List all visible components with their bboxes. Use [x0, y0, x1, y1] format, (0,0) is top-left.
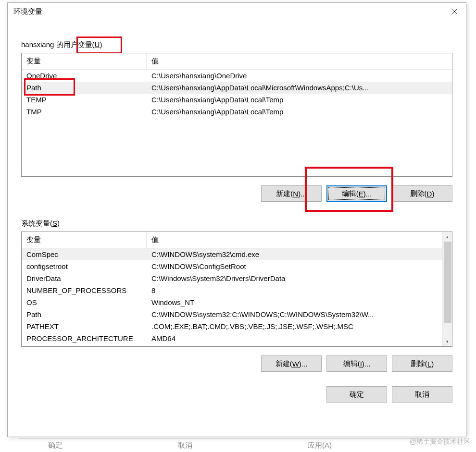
table-row[interactable]: PathC:\Users\hansxiang\AppData\Local\Mic…: [22, 82, 452, 94]
parent-buttons-row: 确定 取消 应用(A): [19, 439, 452, 452]
sys-label-suffix: ): [57, 219, 60, 227]
parent-apply-text: 应用(A): [279, 439, 361, 452]
row-value: .COM;.EXE;.BAT;.CMD;.VBS;.VBE;.JS;.JSE;.…: [147, 320, 442, 332]
scroll-up-icon[interactable]: ▴: [443, 232, 452, 242]
environment-variables-dialog: 环境变量 hansxiang 的用户变量(U) 变量 值 OneDriveC:\…: [7, 2, 466, 437]
user-label-main: 用户变量(: [63, 40, 95, 49]
parent-cancel-text: 取消: [149, 439, 221, 452]
row-value: C:\WINDOWS\system32\cmd.exe: [147, 248, 442, 260]
row-name: PATHEXT: [22, 320, 147, 332]
row-value: C:\Users\hansxiang\OneDrive: [147, 70, 452, 82]
row-name: DriverData: [22, 272, 147, 284]
row-value: 8: [147, 284, 442, 296]
close-button[interactable]: [443, 3, 466, 20]
row-value: C:\Users\hansxiang\AppData\Local\Temp: [147, 94, 452, 106]
sys-button-row: 新建(W)... 编辑(I)... 删除(L): [21, 355, 452, 372]
table-row[interactable]: OneDriveC:\Users\hansxiang\OneDrive: [22, 70, 452, 82]
user-delete-button[interactable]: 删除(D): [392, 185, 452, 202]
cancel-button[interactable]: 取消: [392, 386, 452, 403]
row-value: Windows_NT: [147, 296, 442, 308]
row-value: C:\Users\hansxiang\AppData\Local\Temp: [147, 106, 452, 118]
sys-label-main: 系统变量(: [21, 219, 52, 227]
user-variables-label: hansxiang 的用户变量(U): [21, 40, 452, 49]
row-value: C:\Windows\System32\Drivers\DriverData: [147, 272, 442, 284]
row-name: ComSpec: [22, 248, 147, 260]
table-row[interactable]: DriverDataC:\Windows\System32\Drivers\Dr…: [22, 272, 442, 284]
sys-col-value-header[interactable]: 值: [147, 232, 442, 248]
user-button-row: 新建(N)... 编辑(E)... 删除(D): [21, 185, 452, 202]
user-label-suffix: ): [100, 40, 102, 49]
system-variables-label: 系统变量(S): [21, 219, 452, 228]
table-row[interactable]: OSWindows_NT: [22, 296, 442, 308]
table-row[interactable]: configsetrootC:\WINDOWS\ConfigSetRoot: [22, 260, 442, 272]
user-label-prefix: hansxiang 的: [21, 40, 63, 49]
ok-button[interactable]: 确定: [326, 386, 387, 403]
table-row[interactable]: PathC:\WINDOWS\system32;C:\WINDOWS;C:\WI…: [22, 308, 442, 320]
row-name: TMP: [22, 106, 147, 118]
row-name: configsetroot: [22, 260, 147, 272]
table-row[interactable]: NUMBER_OF_PROCESSORS8: [22, 284, 442, 296]
row-name: NUMBER_OF_PROCESSORS: [22, 284, 147, 296]
user-label-key: U: [95, 40, 100, 49]
table-row[interactable]: PROCESSOR_ARCHITECTUREAMD64: [22, 332, 442, 344]
close-icon: [451, 9, 457, 14]
sys-edit-button[interactable]: 编辑(I)...: [326, 355, 387, 372]
row-name: OneDrive: [22, 70, 147, 82]
watermark-text: @稀土掘金技术社区: [410, 438, 470, 446]
user-new-button[interactable]: 新建(N)...: [261, 185, 322, 202]
sys-col-name-header[interactable]: 变量: [22, 232, 147, 248]
row-name: Path: [22, 308, 147, 320]
user-table-header[interactable]: 变量 值: [22, 53, 452, 70]
table-row[interactable]: ComSpecC:\WINDOWS\system32\cmd.exe: [22, 248, 442, 260]
table-row[interactable]: TEMPC:\Users\hansxiang\AppData\Local\Tem…: [22, 94, 452, 106]
row-value: AMD64: [147, 332, 442, 344]
table-row[interactable]: TMPC:\Users\hansxiang\AppData\Local\Temp: [22, 106, 452, 118]
user-variables-table[interactable]: 变量 值 OneDriveC:\Users\hansxiang\OneDrive…: [21, 53, 452, 177]
row-name: OS: [22, 296, 147, 308]
scroll-down-icon[interactable]: ▾: [443, 337, 452, 346]
system-scrollbar[interactable]: ▴ ▾: [442, 232, 452, 346]
row-value: C:\Users\hansxiang\AppData\Local\Microso…: [147, 82, 452, 94]
sys-label-key: S: [52, 219, 57, 227]
dialog-button-row: 确定 取消: [21, 386, 452, 403]
titlebar: 环境变量: [8, 3, 466, 20]
dialog-title: 环境变量: [12, 7, 42, 16]
parent-ok-text: 确定: [19, 439, 91, 452]
scroll-thumb[interactable]: [444, 242, 451, 323]
row-value: C:\WINDOWS\ConfigSetRoot: [147, 260, 442, 272]
row-name: PROCESSOR_ARCHITECTURE: [22, 332, 147, 344]
sys-delete-button[interactable]: 删除(L): [392, 355, 452, 372]
sys-new-button[interactable]: 新建(W)...: [261, 355, 322, 372]
user-col-name-header[interactable]: 变量: [22, 53, 147, 69]
row-name: Path: [22, 82, 147, 94]
user-col-value-header[interactable]: 值: [147, 53, 452, 69]
system-variables-table[interactable]: 变量 值 ComSpecC:\WINDOWS\system32\cmd.exec…: [21, 232, 452, 347]
sys-table-header[interactable]: 变量 值: [22, 232, 442, 248]
row-name: TEMP: [22, 94, 147, 106]
table-row[interactable]: PATHEXT.COM;.EXE;.BAT;.CMD;.VBS;.VBE;.JS…: [22, 320, 442, 332]
user-edit-button[interactable]: 编辑(E)...: [326, 185, 387, 202]
row-value: C:\WINDOWS\system32;C:\WINDOWS;C:\WINDOW…: [147, 308, 442, 320]
